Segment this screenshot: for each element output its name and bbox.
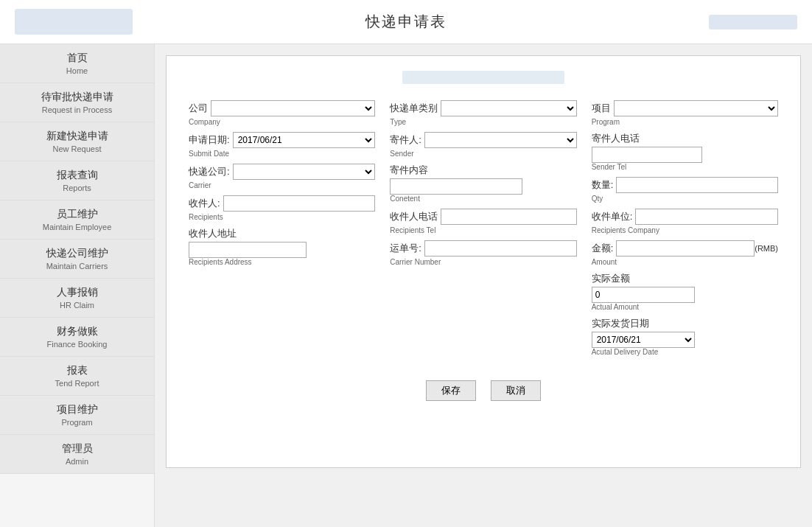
actual-amount-label-zh: 实际金额	[592, 272, 778, 285]
sidebar-item-program[interactable]: 项目维护 Program	[0, 396, 154, 435]
sidebar-item-hr-claim[interactable]: 人事报销 HR Claim	[0, 279, 154, 318]
carrier-field-group: 快递公司: Carrier	[189, 164, 375, 189]
express-type-field-group: 快递单类别 Type	[390, 100, 576, 126]
recipients-field-group: 收件人: Recipients	[189, 195, 375, 221]
recipients-company-input[interactable]	[635, 209, 778, 225]
sidebar-item-home[interactable]: 首页 Home	[0, 44, 154, 83]
carrier-label-en: Carrier	[189, 181, 375, 189]
sender-label-en: Sender	[390, 150, 576, 158]
sender-select[interactable]	[424, 132, 577, 148]
sender-tel-field-group: 寄件人电话 Sender Tel	[592, 132, 778, 171]
actual-delivery-label-zh: 实际发货日期	[592, 317, 778, 330]
page-title: 快递申请表	[365, 12, 447, 32]
actual-amount-field-group: 实际金额 Actual Amount	[592, 272, 778, 311]
sidebar-item-maintain-employee[interactable]: 员工维护 Maintain Employee	[0, 200, 154, 240]
express-type-label-zh: 快递单类别	[390, 102, 438, 115]
carrier-number-input[interactable]	[424, 240, 577, 256]
user-info	[709, 15, 797, 29]
sidebar-item-admin[interactable]: 管理员 Admin	[0, 435, 154, 474]
company-select[interactable]	[211, 100, 375, 116]
sender-field-group: 寄件人: Sender	[390, 132, 576, 158]
form-column-3: 项目 Program 寄件人电话 Sender Tel 数量:	[584, 97, 785, 366]
amount-field-group: 金额: (RMB) Amount	[592, 240, 778, 266]
recipients-address-label-en: Recipients Address	[189, 258, 375, 266]
recipients-address-field-group: 收件人地址 Recipients Address	[189, 227, 375, 266]
amount-label-en: Amount	[592, 258, 778, 266]
qty-label-en: Qty	[592, 195, 778, 203]
qty-field-group: 数量: Qty	[592, 177, 778, 203]
carrier-number-field-group: 运单号: Carrier Number	[390, 240, 576, 266]
sender-tel-label-zh: 寄件人电话	[592, 132, 778, 145]
button-row: 保存 取消	[181, 380, 785, 401]
sidebar-item-tend-report[interactable]: 报表 Tend Report	[0, 357, 154, 396]
cancel-button[interactable]: 取消	[491, 380, 541, 401]
actual-amount-input[interactable]	[592, 287, 695, 303]
content-field-group: 寄件内容 Conetent	[390, 164, 576, 203]
express-type-select[interactable]	[441, 100, 576, 116]
company-field-group: 公司 Company	[189, 100, 375, 126]
qty-label-zh: 数量:	[592, 178, 614, 192]
submit-date-select[interactable]: 2017/06/21	[233, 132, 376, 148]
project-label-zh: 项目	[592, 102, 611, 115]
sender-label-zh: 寄件人:	[390, 133, 421, 147]
sidebar-item-request-in-process[interactable]: 待审批快递申请 Request in Process	[0, 83, 154, 122]
recipients-address-label-zh: 收件人地址	[189, 227, 375, 240]
recipients-tel-field-group: 收件人电话 Recipients Tel	[390, 209, 576, 234]
submit-date-label-zh: 申请日期:	[189, 133, 230, 147]
layout: 首页 Home 待审批快递申请 Request in Process 新建快递申…	[0, 44, 812, 527]
form-grid: 公司 Company 申请日期: 2017/06/21 Submit Date	[181, 97, 785, 366]
recipients-label-en: Recipients	[189, 213, 375, 221]
sidebar-item-new-request[interactable]: 新建快递申请 New Request	[0, 122, 154, 161]
top-bar-blurred	[402, 71, 564, 84]
amount-input[interactable]	[616, 240, 755, 256]
form-container: 公司 Company 申请日期: 2017/06/21 Submit Date	[166, 55, 801, 468]
sidebar-item-maintain-carriers[interactable]: 快递公司维护 Maintain Carriers	[0, 240, 154, 279]
form-column-2: 快递单类别 Type 寄件人: Sender 寄件内容	[382, 97, 584, 366]
actual-delivery-select[interactable]: 2017/06/21	[592, 332, 695, 348]
actual-delivery-label-en: Acutal Delivery Date	[592, 348, 778, 356]
recipients-tel-input[interactable]	[441, 209, 576, 225]
sidebar-item-reports[interactable]: 报表查询 Reports	[0, 161, 154, 200]
express-type-label-en: Type	[390, 118, 576, 126]
recipients-tel-label-zh: 收件人电话	[390, 210, 438, 223]
content-label-en: Conetent	[390, 195, 576, 203]
submit-date-field-group: 申请日期: 2017/06/21 Submit Date	[189, 132, 375, 158]
recipients-input[interactable]	[223, 195, 376, 212]
sidebar: 首页 Home 待审批快递申请 Request in Process 新建快递申…	[0, 44, 155, 527]
project-field-group: 项目 Program	[592, 100, 778, 126]
project-label-en: Program	[592, 118, 778, 126]
content-label-zh: 寄件内容	[390, 164, 576, 177]
recipients-label-zh: 收件人:	[189, 197, 220, 210]
recipients-company-label-zh: 收件单位:	[592, 210, 633, 223]
logo	[15, 9, 133, 35]
actual-amount-label-en: Actual Amount	[592, 303, 778, 311]
company-label-zh: 公司	[189, 102, 208, 115]
carrier-number-label-zh: 运单号:	[390, 242, 421, 255]
qty-input[interactable]	[616, 177, 778, 193]
recipients-company-field-group: 收件单位: Recipients Company	[592, 209, 778, 234]
recipients-tel-label-en: Recipients Tel	[390, 226, 576, 234]
save-button[interactable]: 保存	[426, 380, 476, 401]
company-label-en: Company	[189, 118, 375, 126]
sender-tel-label-en: Sender Tel	[592, 163, 778, 171]
sidebar-item-finance-booking[interactable]: 财务做账 Finance Booking	[0, 318, 154, 357]
form-column-1: 公司 Company 申请日期: 2017/06/21 Submit Date	[181, 97, 382, 366]
actual-delivery-field-group: 实际发货日期 2017/06/21 Acutal Delivery Date	[592, 317, 778, 356]
project-select[interactable]	[614, 100, 778, 116]
recipients-address-input[interactable]	[189, 242, 307, 258]
carrier-number-label-en: Carrier Number	[390, 258, 576, 266]
carrier-label-zh: 快递公司:	[189, 165, 230, 178]
amount-label-zh: 金额:	[592, 242, 614, 255]
content-input[interactable]	[390, 178, 522, 195]
main-content: 公司 Company 申请日期: 2017/06/21 Submit Date	[155, 44, 812, 527]
submit-date-label-en: Submit Date	[189, 150, 375, 158]
amount-unit: (RMB)	[755, 244, 778, 253]
sender-tel-input[interactable]	[592, 147, 702, 163]
header: 快递申请表	[0, 0, 812, 44]
recipients-company-label-en: Recipients Company	[592, 226, 778, 234]
carrier-select[interactable]	[233, 164, 376, 180]
